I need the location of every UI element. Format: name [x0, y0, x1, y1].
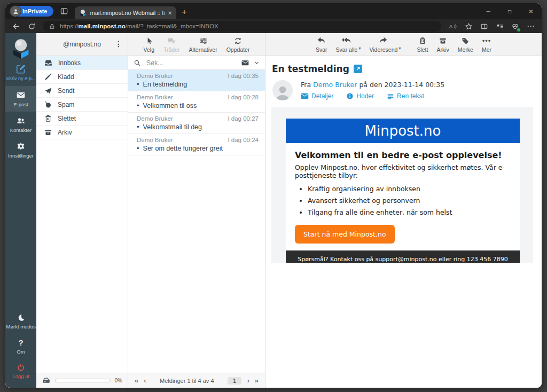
sidebar-item-mail[interactable]: E-post — [5, 86, 36, 112]
folder-label: Arkiv — [58, 129, 72, 136]
sidebar-item-label: Innstillinger — [8, 153, 34, 159]
scope-mail-icon[interactable] — [241, 59, 249, 67]
window-maximize-button[interactable]: □ — [499, 3, 520, 19]
read-aloud-icon[interactable]: A — [448, 22, 457, 30]
delete-button[interactable]: Slett — [417, 36, 428, 53]
compose-icon — [15, 64, 26, 74]
email-intro: Opplev Minpost.no, hvor effektivitet og … — [295, 163, 511, 179]
reply-all-caret-icon[interactable]: ▾ — [358, 46, 361, 53]
url-field[interactable]: https://mail.minpost.no/mail/?_task=mail… — [43, 21, 441, 32]
threads-icon — [167, 36, 176, 45]
tab-close-icon[interactable]: ✕ — [168, 10, 172, 16]
about-button[interactable]: ? Om — [5, 334, 36, 359]
window-minimize-button[interactable]: ─ — [478, 3, 499, 19]
list-toolbar: Velg Tråder Alternativer Oppdater — [128, 33, 265, 56]
from-label: Fra — [301, 81, 311, 89]
last-page-button[interactable]: » — [255, 377, 259, 385]
email-heading: Velkommen til en bedre e-post opplevelse… — [295, 150, 511, 160]
archive-button[interactable]: Arkiv — [436, 36, 449, 53]
forward-caret-icon[interactable]: ▾ — [398, 46, 401, 53]
folder-inbox[interactable]: Innboks — [36, 56, 128, 70]
mark-button[interactable]: Merke — [458, 36, 473, 53]
message-row[interactable]: Demo BrukerI dag 00:35 •En testmelding — [128, 70, 265, 91]
tab-actions-icon[interactable] — [60, 7, 68, 15]
message-toolbar: Svar Svar alle ▾ Videresend ▾ — [265, 33, 542, 56]
roundcube-logo — [10, 37, 32, 59]
headers-link[interactable]: Hoder — [346, 92, 374, 100]
message-sender: Demo Bruker — [137, 137, 173, 143]
forward-button[interactable]: Videresend — [369, 36, 397, 53]
from-line: Fra Demo Bruker på den 2023-11-14 00:35 — [301, 81, 444, 89]
back-icon[interactable] — [12, 22, 21, 31]
inprivate-label: InPrivate — [22, 8, 47, 14]
message-list-pane: Velg Tråder Alternativer Oppdater — [128, 33, 265, 388]
dark-mode-toggle[interactable]: Mørkt modus — [5, 309, 36, 334]
new-tab-button[interactable]: + — [182, 7, 186, 16]
more-button[interactable]: ••• Mer — [482, 36, 491, 53]
forward-group: Videresend ▾ — [369, 36, 401, 53]
prev-page-button[interactable]: ‹ — [144, 377, 146, 385]
first-page-button[interactable]: « — [135, 377, 138, 385]
message-subject-title: En testmelding — [272, 64, 349, 74]
refresh-list-button[interactable]: Oppdater — [226, 36, 250, 53]
logout-button[interactable]: Logg ut — [5, 359, 36, 383]
compose-button[interactable]: Skriv ny e-p... — [5, 64, 36, 86]
folder-menu-icon[interactable]: ⋮ — [115, 40, 122, 48]
inprivate-badge[interactable]: InPrivate — [10, 6, 53, 17]
message-row[interactable]: Demo BrukerI dag 00:24 •Ser om dette fun… — [128, 134, 265, 155]
open-in-new-window-icon[interactable] — [354, 65, 362, 73]
email-bullet: Avansert sikkerhet og personvern — [308, 195, 511, 206]
message-date: I dag 00:35 — [228, 73, 259, 79]
pencil-icon — [44, 73, 52, 81]
email-cta-button[interactable]: Start nå med Minpost.no — [295, 225, 395, 244]
toolbar-label: Tråder — [163, 46, 180, 53]
message-header: Fra Demo Bruker på den 2023-11-14 00:35 … — [265, 74, 542, 100]
message-row[interactable]: Demo BrukerI dag 00:28 •Velkommen til os… — [128, 91, 265, 113]
browser-tab[interactable]: mail.minpost.no Webmail :: Innb ✕ — [75, 6, 176, 19]
text-lines-icon — [387, 93, 394, 100]
plaintext-link[interactable]: Ren tekst — [387, 92, 424, 100]
details-link[interactable]: Detaljer — [301, 92, 333, 100]
essentials-status-dot — [517, 28, 520, 32]
browser-menu-icon[interactable]: ⋯ — [527, 21, 535, 31]
options-button[interactable]: Alternativer — [189, 36, 217, 53]
search-options-chevron-icon[interactable] — [254, 60, 260, 66]
email-brand-banner: Minpost.no — [286, 119, 520, 143]
search-input[interactable] — [145, 59, 237, 67]
message-subject: Velkommen til oss — [143, 102, 197, 109]
message-row[interactable]: Demo BrukerI dag 00:27 •Velkomstmail til… — [128, 113, 265, 134]
addressbar-actions: A ⋯ — [448, 21, 535, 31]
email-footer: Spørsmål? Kontakt oss på support@minpost… — [286, 250, 520, 263]
favorite-star-icon[interactable] — [465, 22, 473, 30]
browser-essentials-icon[interactable] — [511, 22, 519, 30]
folder-spam[interactable]: Spam — [36, 98, 128, 112]
window-close-button[interactable]: ✕ — [520, 3, 542, 19]
folder-sent[interactable]: Sendt — [36, 84, 128, 98]
email-bullet: Tilgang fra alle dine enheter, når som h… — [308, 207, 511, 217]
reply-all-button[interactable]: Svar alle — [336, 36, 358, 53]
folder-label: Kladd — [58, 73, 74, 81]
svg-text:A: A — [449, 23, 453, 29]
folder-label: Innboks — [58, 59, 81, 67]
reply-button[interactable]: Svar — [316, 36, 327, 53]
reply-all-group: Svar alle ▾ — [336, 36, 361, 53]
select-button[interactable]: Velg — [144, 36, 154, 53]
folder-archive[interactable]: Arkiv — [36, 126, 128, 139]
email-bullet: Kraftig organisering av innboksen — [308, 184, 511, 194]
sidebar-item-settings[interactable]: Innstillinger — [5, 137, 36, 163]
sidebar-item-contacts[interactable]: Kontakter — [5, 112, 36, 137]
folder-trash[interactable]: Slettet — [36, 112, 128, 126]
folder-drafts[interactable]: Kladd — [36, 70, 128, 84]
sender-link[interactable]: Demo Bruker — [313, 81, 357, 89]
toolbar-label: Alternativer — [189, 46, 217, 53]
toolbar-label: Svar alle — [336, 46, 358, 53]
threads-button[interactable]: Tråder — [163, 36, 180, 53]
pointer-icon — [145, 36, 153, 45]
collections-icon[interactable] — [496, 22, 504, 30]
current-page-field[interactable]: 1 — [228, 377, 241, 385]
search-bar — [128, 56, 265, 70]
split-screen-icon[interactable] — [480, 22, 488, 30]
next-page-button[interactable]: › — [247, 377, 249, 385]
pagination-summary: Meldinger 1 til 4 av 4 — [152, 378, 222, 384]
refresh-icon[interactable] — [28, 22, 36, 30]
